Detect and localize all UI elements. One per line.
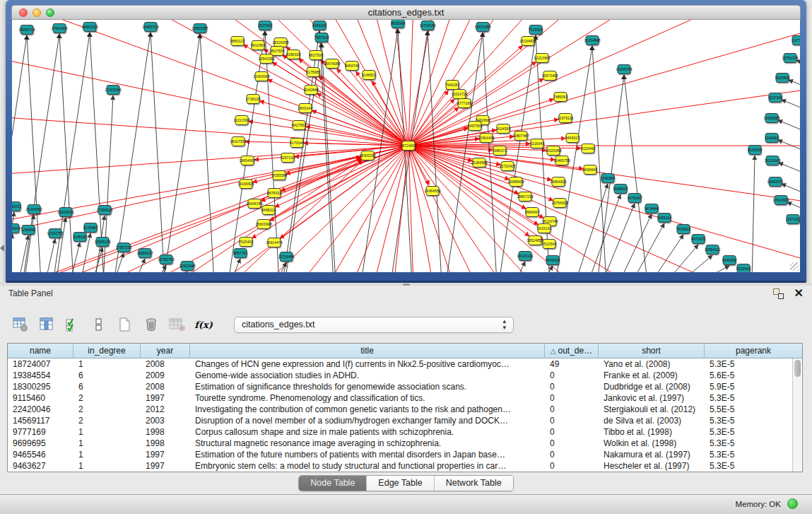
svg-text:16914479: 16914479: [266, 240, 282, 245]
cell-name: 19384554: [8, 370, 73, 381]
table-row[interactable]: 946554611997Estimation of the future num…: [8, 449, 802, 460]
svg-text:10973493: 10973493: [541, 74, 558, 78]
select-columns-icon[interactable]: [64, 315, 82, 334]
svg-text:7462666: 7462666: [476, 118, 490, 122]
svg-text:2935114: 2935114: [657, 216, 671, 220]
cell-in_degree: 6: [73, 370, 141, 381]
window-titlebar[interactable]: citations_edges.txt: [11, 5, 801, 20]
cell-title: Genome-wide association studies in ADHD.: [190, 370, 545, 381]
zoom-button[interactable]: [46, 8, 54, 17]
table-row[interactable]: 1456911722003Disruption of a novel membe…: [8, 415, 802, 426]
table-row[interactable]: 969969511998Structural magnetic resonanc…: [8, 438, 802, 449]
table-row[interactable]: 946362711997Embryonic stem cells: a mode…: [8, 460, 802, 472]
svg-text:19756928: 19756928: [551, 201, 567, 205]
cell-pagerank: 5.3E-5: [705, 392, 773, 404]
status-bar: Memory: OK: [0, 494, 812, 514]
table-row[interactable]: 1872400712008Changes of HCN gene express…: [8, 358, 802, 370]
delete-table-icon[interactable]: [168, 315, 187, 334]
delete-columns-icon[interactable]: [142, 315, 160, 334]
network-canvas[interactable]: 1872400718300295986012389129541822605898…: [12, 20, 800, 272]
svg-text:9242848: 9242848: [304, 88, 318, 92]
svg-text:15720407: 15720407: [499, 164, 515, 168]
svg-text:10719155: 10719155: [419, 23, 435, 28]
table-scrollbar[interactable]: [792, 358, 801, 472]
node-table: namein_degreeyeartitle△out_de…shortpager…: [7, 343, 803, 472]
cell-name: 14569117: [8, 415, 73, 426]
row-height-icon[interactable]: [90, 315, 108, 334]
table-row[interactable]: 1938455462009Genome-wide association stu…: [8, 370, 802, 381]
column-header-out_de[interactable]: △out_de…: [545, 344, 599, 358]
column-header-name[interactable]: name: [8, 344, 73, 358]
cell-in_degree: 1: [73, 460, 141, 472]
svg-text:8498222: 8498222: [261, 208, 276, 212]
tab-edge-table[interactable]: Edge Table: [367, 476, 434, 491]
svg-text:26676068: 26676068: [324, 62, 340, 66]
function-builder-icon[interactable]: f(x): [194, 315, 213, 334]
svg-text:9146821: 9146821: [362, 73, 376, 77]
scrollbar-thumb[interactable]: [794, 360, 801, 377]
svg-text:1624554: 1624554: [496, 127, 510, 131]
cell-out_de: 0: [545, 392, 599, 404]
svg-text:1156869: 1156869: [21, 228, 35, 232]
svg-text:7940281: 7940281: [445, 83, 459, 87]
svg-text:27691406: 27691406: [51, 26, 67, 30]
svg-text:2803144: 2803144: [298, 106, 312, 110]
svg-text:16495758: 16495758: [553, 158, 570, 163]
svg-text:3915941: 3915941: [12, 226, 20, 230]
svg-text:7632621: 7632621: [676, 227, 690, 231]
hide-panel-arrow[interactable]: [0, 245, 4, 252]
cell-year: 1997: [141, 449, 190, 460]
cell-title: Tourette syndrome. Phenomenology and cla…: [190, 392, 545, 404]
column-header-in_degree[interactable]: in_degree: [73, 344, 141, 358]
svg-text:6466162: 6466162: [312, 23, 326, 28]
show-columns-icon[interactable]: [37, 315, 56, 334]
svg-text:16154848: 16154848: [584, 38, 600, 42]
svg-text:6216045: 6216045: [530, 141, 544, 146]
canvas-resize-grip[interactable]: [790, 262, 799, 271]
column-header-year[interactable]: year: [141, 344, 190, 358]
table-row[interactable]: 2242004622012Investigating the contribut…: [8, 404, 802, 415]
new-column-icon[interactable]: [116, 315, 134, 334]
svg-text:17957253: 17957253: [115, 245, 131, 250]
cell-year: 2003: [141, 415, 190, 426]
cell-title: Changes of HCN gene expression and I(f) …: [190, 358, 545, 370]
cell-in_degree: 2: [73, 415, 141, 426]
svg-text:15716485: 15716485: [278, 255, 294, 259]
svg-text:10653287: 10653287: [192, 26, 208, 30]
cell-short: Dudbridge et al. (2008): [599, 381, 705, 392]
svg-text:1244412: 1244412: [765, 136, 779, 140]
float-panel-icon[interactable]: [773, 288, 784, 299]
svg-text:15184585: 15184585: [471, 160, 487, 165]
cell-title: Structural magnetic resonance image aver…: [190, 438, 545, 449]
minimize-button[interactable]: [33, 8, 41, 17]
table-row[interactable]: 977716911998Corpus callosum shape and si…: [8, 426, 802, 438]
cell-short: Franke et al. (2009): [599, 370, 705, 381]
svg-text:16782759: 16782759: [158, 257, 174, 262]
svg-text:9329965: 9329965: [775, 76, 789, 80]
table-row[interactable]: 911546021997Tourette syndrome. Phenomeno…: [8, 392, 802, 404]
close-button[interactable]: [19, 8, 28, 17]
table-selector-dropdown[interactable]: citations_edges.txt ▴▾: [234, 317, 514, 333]
tab-node-table[interactable]: Node Table: [299, 476, 367, 491]
close-panel-icon[interactable]: ✕: [794, 286, 804, 300]
svg-text:8215958: 8215958: [748, 148, 762, 152]
cell-out_de: 0: [545, 370, 599, 381]
memory-status-label: Memory: OK: [735, 500, 781, 508]
svg-text:8912954: 8912954: [251, 43, 265, 47]
table-mode-icon[interactable]: [11, 315, 30, 334]
table-row[interactable]: 1830029562008Estimation of significance …: [8, 381, 802, 392]
svg-text:19654923: 19654923: [550, 180, 566, 184]
svg-text:9474444: 9474444: [645, 206, 659, 211]
cell-out_de: 49: [545, 358, 599, 370]
column-header-short[interactable]: short: [599, 344, 705, 358]
svg-text:18807293: 18807293: [517, 194, 533, 199]
table-panel-header: Table Panel ✕: [0, 286, 812, 303]
citation-network-graph[interactable]: 1872400718300295986012389129541822605898…: [12, 20, 800, 272]
column-header-pagerank[interactable]: pagerank: [705, 344, 802, 358]
svg-text:20483714: 20483714: [142, 25, 158, 29]
column-header-title[interactable]: title: [190, 344, 545, 358]
tab-network-table[interactable]: Network Table: [435, 476, 513, 491]
cell-short: Stergiakouli et al. (2012): [599, 404, 705, 415]
svg-text:13505135: 13505135: [94, 240, 110, 244]
svg-text:9857791: 9857791: [233, 251, 247, 255]
